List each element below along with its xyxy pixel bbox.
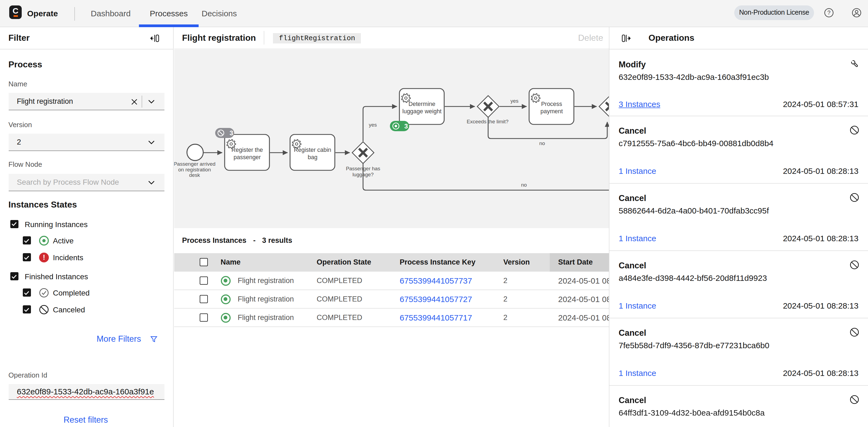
svg-text:on registration: on registration: [178, 167, 211, 172]
svg-text:luggage weight: luggage weight: [402, 108, 441, 115]
svg-text:luggage?: luggage?: [352, 172, 373, 177]
svg-text:no: no: [539, 140, 545, 146]
svg-text:passenger: passenger: [234, 154, 260, 161]
svg-text:3: 3: [229, 129, 233, 137]
svg-text:Determine: Determine: [408, 101, 435, 107]
svg-text:desk: desk: [189, 172, 200, 178]
svg-text:Passenger has: Passenger has: [346, 166, 380, 171]
svg-text:Passenger arrived: Passenger arrived: [174, 161, 215, 167]
svg-text:bag: bag: [307, 154, 317, 161]
svg-text:3: 3: [404, 122, 407, 130]
svg-text:no: no: [521, 182, 526, 188]
svg-text:Register the: Register the: [231, 147, 262, 153]
svg-text:Exceeds the limit?: Exceeds the limit?: [466, 119, 508, 124]
svg-text:yes: yes: [369, 122, 377, 128]
svg-text:Register cabin: Register cabin: [293, 147, 331, 153]
svg-text:yes: yes: [510, 98, 518, 104]
svg-text:Process: Process: [541, 101, 562, 107]
svg-text:payment: payment: [540, 108, 562, 115]
svg-text:?: ?: [827, 9, 831, 16]
